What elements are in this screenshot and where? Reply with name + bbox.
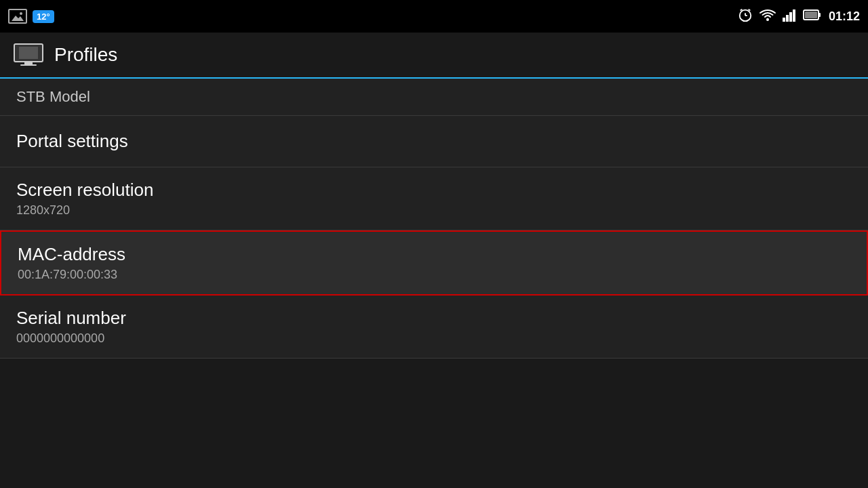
svg-rect-12 <box>793 9 795 22</box>
svg-rect-14 <box>805 12 817 18</box>
mac-address-value: 00:1A:79:00:00:33 <box>18 268 850 282</box>
wifi-icon <box>760 8 776 24</box>
monitor-icon <box>14 43 43 66</box>
weather-badge: 12° <box>33 10 54 23</box>
serial-number-value: 0000000000000 <box>16 331 852 346</box>
serial-number-title: Serial number <box>16 308 852 329</box>
svg-rect-10 <box>786 15 789 22</box>
svg-rect-9 <box>783 18 785 22</box>
app-title: Profiles <box>54 44 117 66</box>
svg-point-2 <box>20 12 22 15</box>
svg-rect-17 <box>19 47 38 59</box>
svg-rect-15 <box>818 13 821 17</box>
status-bar-left: 12° <box>8 9 54 24</box>
mac-address-title: MAC-address <box>18 244 850 265</box>
image-icon <box>8 9 27 24</box>
svg-rect-11 <box>789 12 792 22</box>
svg-rect-18 <box>24 62 33 64</box>
alarm-icon <box>738 7 753 25</box>
screen-resolution-title: Screen resolution <box>16 180 852 201</box>
battery-icon <box>803 8 822 24</box>
list-item-serial-number[interactable]: Serial number 0000000000000 <box>0 296 868 359</box>
svg-point-8 <box>766 18 769 21</box>
list-item-mac-address[interactable]: MAC-address 00:1A:79:00:00:33 <box>0 230 868 296</box>
content-list: STB Model Portal settings Screen resolut… <box>0 79 868 359</box>
status-bar: 12° <box>0 0 868 33</box>
status-bar-right: 01:12 <box>738 7 860 25</box>
portal-settings-title: Portal settings <box>16 131 852 152</box>
stb-model-title: STB Model <box>16 88 852 106</box>
list-item-screen-resolution[interactable]: Screen resolution 868x488 <box>0 167 868 230</box>
list-item-stb-model[interactable]: STB Model <box>0 79 868 116</box>
app-bar: Profiles <box>0 33 868 79</box>
list-item-portal-settings[interactable]: Portal settings <box>0 116 868 167</box>
status-time: 01:12 <box>829 9 860 24</box>
screen-resolution-value: 868x488 <box>16 203 852 218</box>
svg-rect-19 <box>20 64 37 66</box>
signal-icon <box>783 8 796 24</box>
svg-marker-1 <box>12 16 24 21</box>
